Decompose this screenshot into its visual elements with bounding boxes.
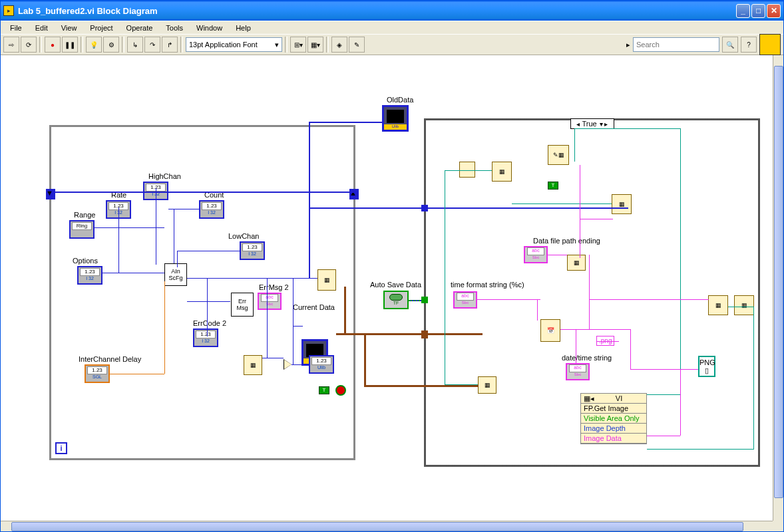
wire — [548, 255, 567, 255]
toolbar: ⇨ ⟳ ● ❚❚ 💡 ⚙ ↳ ↷ ↱ 13pt Application Font… — [1, 34, 783, 55]
olddata-label: OldData — [387, 96, 413, 104]
cleanup-button[interactable]: ✎ — [349, 37, 365, 53]
menu-help[interactable]: Help — [230, 23, 256, 33]
wire — [364, 333, 366, 385]
pause-button[interactable]: ❚❚ — [62, 37, 78, 53]
xy-indicator[interactable]: 1.23Ulib — [309, 355, 334, 374]
font-selector[interactable]: 13pt Application Font▾ — [186, 37, 282, 52]
property-node-1[interactable]: ✎▦ — [548, 145, 569, 165]
help-button[interactable]: ? — [741, 37, 757, 53]
datetime-indicator[interactable]: abcSbc — [566, 363, 590, 380]
wire — [177, 251, 178, 267]
write-file-node-1[interactable]: ▦ — [708, 295, 728, 315]
menu-edit[interactable]: Edit — [30, 23, 53, 33]
menu-tools[interactable]: Tools — [160, 23, 188, 33]
lowchan-control[interactable]: 1.23I 32 — [240, 241, 265, 260]
wire — [574, 128, 575, 162]
bundle-node-2[interactable]: ▦ — [612, 194, 632, 214]
png-write-node[interactable]: PNG▯ — [698, 356, 715, 377]
tunnel[interactable] — [421, 297, 428, 303]
tunnel[interactable] — [421, 331, 428, 338]
lowchan-label: LowChan — [228, 232, 259, 240]
menu-file[interactable]: File — [5, 23, 27, 33]
retain-wire-button[interactable]: ⚙ — [103, 37, 119, 53]
wire — [574, 128, 680, 129]
step-out-button[interactable]: ↱ — [162, 37, 178, 53]
align-button[interactable]: ⊞▾ — [290, 37, 306, 53]
wire — [168, 209, 199, 209]
wire — [475, 170, 492, 171]
highlight-button[interactable]: 💡 — [86, 37, 102, 53]
interchannel-label: InterChannel Delay — [79, 355, 141, 363]
errcode2-indicator[interactable]: 1.23I 32 — [193, 329, 218, 347]
write-file-node-2[interactable]: ▦ — [734, 295, 754, 315]
menu-view[interactable]: View — [56, 23, 83, 33]
reference-node[interactable] — [459, 162, 475, 178]
vertical-scrollbar-thumb[interactable] — [774, 66, 783, 498]
run-button[interactable]: ⇨ — [3, 37, 19, 53]
wire — [445, 170, 475, 171]
timeformat-label: time format string (%c) — [451, 281, 524, 289]
invoke-node[interactable]: ▦◂VI FP.Get Image Visible Area Only Imag… — [580, 393, 647, 444]
daq-index-node[interactable]: ▦ — [317, 269, 336, 291]
wire — [309, 192, 310, 278]
datafilepath-control[interactable]: abcSbc — [524, 246, 548, 263]
shift-register-left[interactable]: ▼ — [46, 189, 55, 200]
menu-window[interactable]: Window — [191, 23, 228, 33]
step-over-button[interactable]: ↷ — [144, 37, 160, 53]
search-arrow-icon: ▸ — [626, 41, 630, 49]
wire — [110, 374, 164, 374]
menu-project[interactable]: Project — [85, 23, 118, 33]
menubar: File Edit View Project Operate Tools Win… — [1, 21, 783, 34]
concat-node-1[interactable]: ▦ — [567, 255, 586, 271]
ain-scfg-subvi[interactable]: AIn ScFg — [164, 263, 187, 286]
build-array-node[interactable]: ▦ — [478, 376, 496, 394]
scrollbar-corner — [773, 521, 783, 531]
options-control[interactable]: 1.23I 32 — [77, 266, 102, 285]
tunnel[interactable] — [421, 205, 428, 211]
horizontal-scrollbar[interactable] — [1, 521, 773, 531]
format-datetime-node[interactable]: 📅 — [540, 319, 560, 342]
count-control[interactable]: 1.23I 32 — [199, 200, 224, 219]
timeformat-control[interactable]: abcSbc — [453, 291, 477, 309]
distribute-button[interactable]: ▦▾ — [307, 37, 323, 53]
range-label: Range — [74, 211, 95, 219]
subtract-node[interactable] — [284, 359, 292, 370]
menu-operate[interactable]: Operate — [121, 23, 158, 33]
wire — [207, 278, 208, 336]
search-input[interactable] — [633, 37, 719, 52]
maximize-button[interactable]: □ — [751, 4, 765, 18]
window-title: Lab 5_buffered2.vi Block Diagram — [18, 6, 736, 16]
wire — [344, 287, 346, 335]
range-control[interactable]: Ring — [69, 220, 95, 239]
shift-register-right[interactable]: ▲ — [349, 189, 359, 200]
loop-stop-terminal[interactable] — [335, 385, 346, 396]
vi-icon[interactable] — [759, 34, 781, 55]
close-button[interactable]: ✕ — [767, 4, 781, 18]
autosave-control[interactable]: TF — [383, 291, 409, 309]
wire — [364, 385, 479, 387]
bundle-node-1[interactable]: ▦ — [492, 162, 512, 182]
interchannel-control[interactable]: 1.23SGL — [85, 364, 110, 383]
bool-true-const-1[interactable]: T — [319, 386, 329, 394]
abort-button[interactable]: ● — [45, 37, 61, 53]
errmsg2-indicator[interactable]: abcSbc — [258, 293, 282, 310]
wire — [336, 333, 367, 335]
index-array-node[interactable]: ▦ — [244, 355, 262, 375]
block-diagram-canvas[interactable]: OldData Ulib ▼ ▲ i ◂ True ▾ ▸ HighChan 1… — [1, 55, 773, 521]
errcode2-label: ErrCode 2 — [193, 319, 226, 327]
search-button[interactable]: 🔍 — [722, 37, 738, 53]
wire — [262, 358, 284, 358]
horizontal-scrollbar-thumb[interactable] — [11, 522, 743, 531]
vertical-scrollbar[interactable] — [773, 55, 783, 521]
minimize-button[interactable]: _ — [736, 4, 750, 18]
step-into-button[interactable]: ↳ — [127, 37, 143, 53]
bool-true-const-2[interactable]: T — [548, 182, 558, 190]
run-continuous-button[interactable]: ⟳ — [21, 37, 37, 53]
reorder-button[interactable]: ◈ — [331, 37, 347, 53]
case-selector[interactable]: ◂ True ▾ ▸ — [570, 118, 614, 129]
errmsg-subvi[interactable]: Err Msg — [231, 293, 254, 317]
wire — [647, 394, 680, 395]
wire — [596, 341, 619, 342]
olddata-indicator[interactable]: Ulib — [382, 105, 409, 132]
